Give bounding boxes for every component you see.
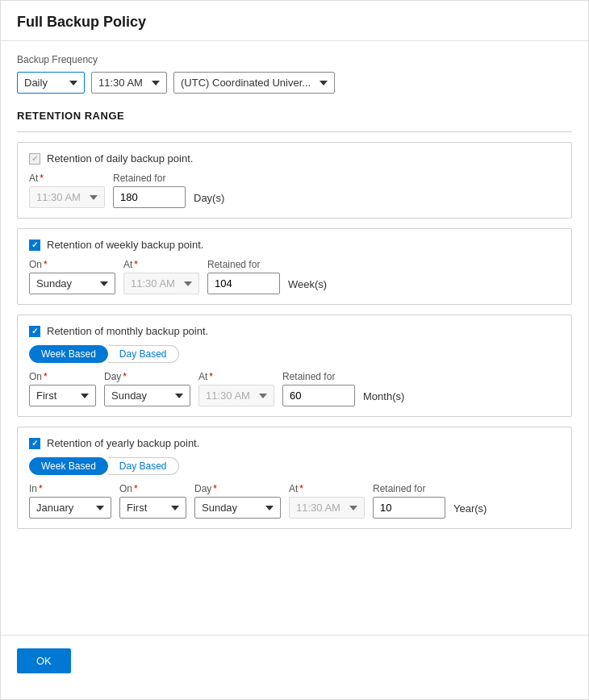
weekly-at-label: At* <box>123 259 199 270</box>
daily-retention-checkbox[interactable] <box>29 153 40 165</box>
monthly-retention-label: Retention of monthly backup point. <box>47 325 208 337</box>
monthly-retained-group: Retained for <box>282 371 355 406</box>
monthly-retention-header: Retention of monthly backup point. <box>29 325 560 337</box>
monthly-at-label: At* <box>198 371 274 382</box>
backup-frequency-label: Backup Frequency <box>17 54 572 65</box>
daily-unit-label: Day(s) <box>194 192 224 208</box>
yearly-day-select[interactable]: Sunday Monday Tuesday Wednesday Thursday… <box>194 497 281 519</box>
yearly-retained-input[interactable] <box>373 497 445 519</box>
yearly-at-label: At* <box>289 483 365 494</box>
yearly-fields-row: In* January February March April May Jun… <box>29 483 560 519</box>
weekly-retention-header: Retention of weekly backup point. <box>29 239 560 251</box>
daily-fields-row: At* 11:30 AM Retained for Day(s) <box>29 173 560 208</box>
yearly-in-select[interactable]: January February March April May June Ju… <box>29 497 111 519</box>
monthly-at-select: 11:30 AM <box>198 385 274 406</box>
weekly-retention-label: Retention of weekly backup point. <box>47 239 203 251</box>
yearly-on-group: On* First Second Third Fourth Last <box>119 483 186 519</box>
monthly-toggle-group: Week Based Day Based <box>29 345 560 363</box>
yearly-unit-label: Year(s) <box>453 502 487 519</box>
monthly-retention-checkbox[interactable] <box>29 326 40 337</box>
daily-retained-input[interactable] <box>113 186 186 208</box>
page-container: Full Backup Policy Backup Frequency Dail… <box>0 0 589 700</box>
frequency-row: Daily Weekly Monthly 11:30 AM 12:00 AM (… <box>17 72 572 94</box>
daily-retained-label: Retained for <box>113 173 186 184</box>
daily-at-group: At* 11:30 AM <box>29 173 105 208</box>
yearly-in-label: In* <box>29 483 111 494</box>
timezone-select[interactable]: (UTC) Coordinated Univer... <box>173 72 335 94</box>
weekly-on-select[interactable]: Sunday Monday Tuesday Wednesday Thursday… <box>29 273 115 294</box>
yearly-at-group: At* 11:30 AM <box>289 483 365 519</box>
weekly-on-group: On* Sunday Monday Tuesday Wednesday Thur… <box>29 259 115 294</box>
section-divider-top <box>17 131 572 132</box>
monthly-week-based-button[interactable]: Week Based <box>29 345 108 363</box>
monthly-at-group: At* 11:30 AM <box>198 371 274 406</box>
yearly-week-based-button[interactable]: Week Based <box>29 457 108 475</box>
monthly-day-based-button[interactable]: Day Based <box>108 345 179 363</box>
yearly-at-select: 11:30 AM <box>289 497 365 519</box>
yearly-retention-checkbox[interactable] <box>29 438 40 449</box>
weekly-unit-label: Week(s) <box>288 278 327 294</box>
content-area: Backup Frequency Daily Weekly Monthly 11… <box>1 41 588 635</box>
weekly-at-group: At* 11:30 AM <box>123 259 199 294</box>
time-select[interactable]: 11:30 AM 12:00 AM <box>91 72 167 94</box>
weekly-at-select: 11:30 AM <box>123 273 199 294</box>
monthly-day-label: Day* <box>104 371 190 382</box>
daily-retained-group: Retained for <box>113 173 186 208</box>
weekly-on-label: On* <box>29 259 115 270</box>
daily-retention-section: Retention of daily backup point. At* 11:… <box>17 142 572 219</box>
monthly-on-group: On* First Second Third Fourth Last <box>29 371 96 406</box>
monthly-day-group: Day* Sunday Monday Tuesday Wednesday Thu… <box>104 371 190 406</box>
monthly-on-select[interactable]: First Second Third Fourth Last <box>29 385 96 406</box>
yearly-retention-label: Retention of yearly backup point. <box>47 437 199 449</box>
weekly-retained-input[interactable] <box>207 273 280 294</box>
frequency-select[interactable]: Daily Weekly Monthly <box>17 72 85 94</box>
weekly-fields-row: On* Sunday Monday Tuesday Wednesday Thur… <box>29 259 560 294</box>
monthly-day-select[interactable]: Sunday Monday Tuesday Wednesday Thursday… <box>104 385 190 406</box>
yearly-retained-group: Retained for <box>373 483 445 519</box>
daily-at-label: At* <box>29 173 105 184</box>
yearly-day-group: Day* Sunday Monday Tuesday Wednesday Thu… <box>194 483 281 519</box>
yearly-retained-label: Retained for <box>373 483 445 494</box>
weekly-retained-label: Retained for <box>207 259 280 270</box>
weekly-retained-group: Retained for <box>207 259 280 294</box>
weekly-retention-checkbox[interactable] <box>29 240 40 251</box>
footer: OK <box>1 635 588 699</box>
monthly-fields-row: On* First Second Third Fourth Last Day* <box>29 371 560 406</box>
yearly-in-group: In* January February March April May Jun… <box>29 483 111 519</box>
monthly-retained-input[interactable] <box>282 385 355 406</box>
daily-retention-header: Retention of daily backup point. <box>29 152 560 165</box>
yearly-toggle-group: Week Based Day Based <box>29 457 560 475</box>
retention-range-title: RETENTION RANGE <box>17 110 572 122</box>
monthly-retained-label: Retained for <box>282 371 355 382</box>
daily-retention-label: Retention of daily backup point. <box>47 152 193 165</box>
monthly-unit-label: Month(s) <box>363 390 404 406</box>
monthly-on-label: On* <box>29 371 96 382</box>
monthly-retention-section: Retention of monthly backup point. Week … <box>17 315 572 417</box>
yearly-on-select[interactable]: First Second Third Fourth Last <box>119 497 186 519</box>
yearly-day-based-button[interactable]: Day Based <box>108 457 179 475</box>
weekly-retention-section: Retention of weekly backup point. On* Su… <box>17 228 572 305</box>
yearly-retention-header: Retention of yearly backup point. <box>29 437 560 449</box>
page-title: Full Backup Policy <box>1 1 588 41</box>
daily-at-select: 11:30 AM <box>29 186 105 208</box>
yearly-retention-section: Retention of yearly backup point. Week B… <box>17 427 572 529</box>
ok-button[interactable]: OK <box>17 648 71 673</box>
yearly-day-label: Day* <box>194 483 281 494</box>
yearly-on-label: On* <box>119 483 186 494</box>
